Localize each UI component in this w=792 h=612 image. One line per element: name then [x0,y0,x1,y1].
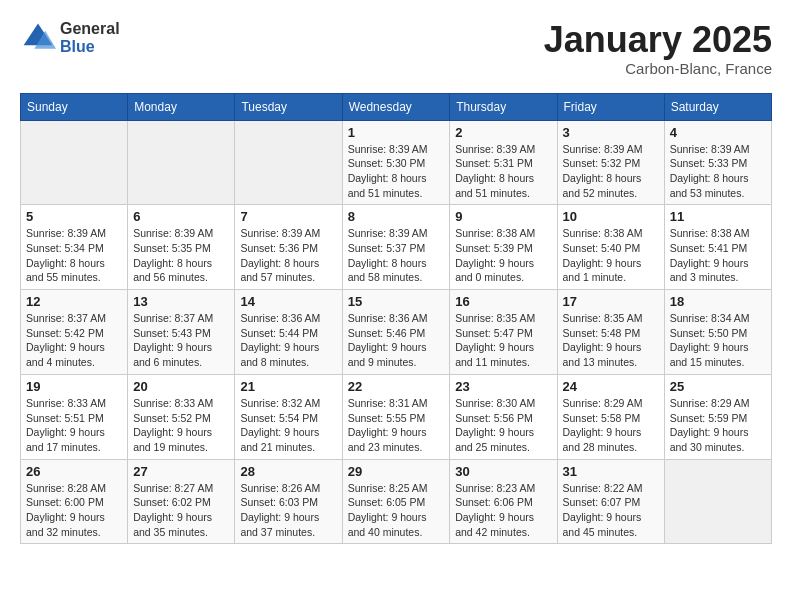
day-info: Sunrise: 8:36 AM Sunset: 5:46 PM Dayligh… [348,311,445,370]
day-number: 23 [455,379,551,394]
day-info: Sunrise: 8:34 AM Sunset: 5:50 PM Dayligh… [670,311,766,370]
day-number: 14 [240,294,336,309]
day-number: 27 [133,464,229,479]
calendar-cell: 29Sunrise: 8:25 AM Sunset: 6:05 PM Dayli… [342,459,450,544]
day-number: 24 [563,379,659,394]
day-number: 20 [133,379,229,394]
day-info: Sunrise: 8:38 AM Sunset: 5:41 PM Dayligh… [670,226,766,285]
calendar-cell [128,120,235,205]
day-number: 17 [563,294,659,309]
calendar-cell: 14Sunrise: 8:36 AM Sunset: 5:44 PM Dayli… [235,290,342,375]
day-info: Sunrise: 8:29 AM Sunset: 5:59 PM Dayligh… [670,396,766,455]
calendar-cell [235,120,342,205]
calendar-cell: 7Sunrise: 8:39 AM Sunset: 5:36 PM Daylig… [235,205,342,290]
logo-blue-text: Blue [60,38,120,56]
day-number: 28 [240,464,336,479]
day-number: 18 [670,294,766,309]
calendar-cell [21,120,128,205]
day-number: 2 [455,125,551,140]
month-title: January 2025 [544,20,772,60]
day-number: 15 [348,294,445,309]
weekday-header: Tuesday [235,93,342,120]
calendar-cell: 20Sunrise: 8:33 AM Sunset: 5:52 PM Dayli… [128,374,235,459]
day-info: Sunrise: 8:39 AM Sunset: 5:35 PM Dayligh… [133,226,229,285]
day-info: Sunrise: 8:39 AM Sunset: 5:36 PM Dayligh… [240,226,336,285]
day-number: 13 [133,294,229,309]
calendar-cell: 5Sunrise: 8:39 AM Sunset: 5:34 PM Daylig… [21,205,128,290]
calendar-cell: 31Sunrise: 8:22 AM Sunset: 6:07 PM Dayli… [557,459,664,544]
day-info: Sunrise: 8:25 AM Sunset: 6:05 PM Dayligh… [348,481,445,540]
calendar-cell: 1Sunrise: 8:39 AM Sunset: 5:30 PM Daylig… [342,120,450,205]
location: Carbon-Blanc, France [544,60,772,77]
day-info: Sunrise: 8:39 AM Sunset: 5:32 PM Dayligh… [563,142,659,201]
day-number: 16 [455,294,551,309]
day-info: Sunrise: 8:26 AM Sunset: 6:03 PM Dayligh… [240,481,336,540]
calendar-cell: 25Sunrise: 8:29 AM Sunset: 5:59 PM Dayli… [664,374,771,459]
calendar-cell [664,459,771,544]
calendar-cell: 18Sunrise: 8:34 AM Sunset: 5:50 PM Dayli… [664,290,771,375]
weekday-header: Sunday [21,93,128,120]
day-info: Sunrise: 8:39 AM Sunset: 5:30 PM Dayligh… [348,142,445,201]
title-block: January 2025 Carbon-Blanc, France [544,20,772,77]
calendar-cell: 15Sunrise: 8:36 AM Sunset: 5:46 PM Dayli… [342,290,450,375]
weekday-header: Thursday [450,93,557,120]
calendar-cell: 12Sunrise: 8:37 AM Sunset: 5:42 PM Dayli… [21,290,128,375]
calendar-cell: 27Sunrise: 8:27 AM Sunset: 6:02 PM Dayli… [128,459,235,544]
logo-icon [20,20,56,56]
calendar-cell: 2Sunrise: 8:39 AM Sunset: 5:31 PM Daylig… [450,120,557,205]
day-number: 29 [348,464,445,479]
day-info: Sunrise: 8:39 AM Sunset: 5:33 PM Dayligh… [670,142,766,201]
calendar-week-row: 5Sunrise: 8:39 AM Sunset: 5:34 PM Daylig… [21,205,772,290]
calendar-table: SundayMondayTuesdayWednesdayThursdayFrid… [20,93,772,545]
day-number: 8 [348,209,445,224]
day-number: 31 [563,464,659,479]
day-number: 6 [133,209,229,224]
calendar-cell: 21Sunrise: 8:32 AM Sunset: 5:54 PM Dayli… [235,374,342,459]
calendar-week-row: 26Sunrise: 8:28 AM Sunset: 6:00 PM Dayli… [21,459,772,544]
day-info: Sunrise: 8:38 AM Sunset: 5:39 PM Dayligh… [455,226,551,285]
calendar-cell: 6Sunrise: 8:39 AM Sunset: 5:35 PM Daylig… [128,205,235,290]
calendar-cell: 24Sunrise: 8:29 AM Sunset: 5:58 PM Dayli… [557,374,664,459]
day-info: Sunrise: 8:39 AM Sunset: 5:31 PM Dayligh… [455,142,551,201]
day-number: 3 [563,125,659,140]
day-info: Sunrise: 8:28 AM Sunset: 6:00 PM Dayligh… [26,481,122,540]
day-info: Sunrise: 8:27 AM Sunset: 6:02 PM Dayligh… [133,481,229,540]
day-number: 12 [26,294,122,309]
calendar-cell: 26Sunrise: 8:28 AM Sunset: 6:00 PM Dayli… [21,459,128,544]
day-info: Sunrise: 8:35 AM Sunset: 5:47 PM Dayligh… [455,311,551,370]
day-info: Sunrise: 8:37 AM Sunset: 5:43 PM Dayligh… [133,311,229,370]
weekday-header: Friday [557,93,664,120]
weekday-header: Wednesday [342,93,450,120]
logo: General Blue [20,20,120,56]
day-number: 11 [670,209,766,224]
day-info: Sunrise: 8:33 AM Sunset: 5:51 PM Dayligh… [26,396,122,455]
day-number: 22 [348,379,445,394]
logo-general-text: General [60,20,120,38]
day-info: Sunrise: 8:32 AM Sunset: 5:54 PM Dayligh… [240,396,336,455]
calendar-cell: 17Sunrise: 8:35 AM Sunset: 5:48 PM Dayli… [557,290,664,375]
day-info: Sunrise: 8:39 AM Sunset: 5:37 PM Dayligh… [348,226,445,285]
day-info: Sunrise: 8:37 AM Sunset: 5:42 PM Dayligh… [26,311,122,370]
day-info: Sunrise: 8:22 AM Sunset: 6:07 PM Dayligh… [563,481,659,540]
day-info: Sunrise: 8:35 AM Sunset: 5:48 PM Dayligh… [563,311,659,370]
weekday-header: Saturday [664,93,771,120]
calendar-cell: 30Sunrise: 8:23 AM Sunset: 6:06 PM Dayli… [450,459,557,544]
day-info: Sunrise: 8:39 AM Sunset: 5:34 PM Dayligh… [26,226,122,285]
calendar-week-row: 1Sunrise: 8:39 AM Sunset: 5:30 PM Daylig… [21,120,772,205]
calendar-cell: 10Sunrise: 8:38 AM Sunset: 5:40 PM Dayli… [557,205,664,290]
day-info: Sunrise: 8:30 AM Sunset: 5:56 PM Dayligh… [455,396,551,455]
day-number: 19 [26,379,122,394]
day-info: Sunrise: 8:31 AM Sunset: 5:55 PM Dayligh… [348,396,445,455]
calendar-cell: 11Sunrise: 8:38 AM Sunset: 5:41 PM Dayli… [664,205,771,290]
calendar-cell: 9Sunrise: 8:38 AM Sunset: 5:39 PM Daylig… [450,205,557,290]
weekday-header-row: SundayMondayTuesdayWednesdayThursdayFrid… [21,93,772,120]
calendar-cell: 19Sunrise: 8:33 AM Sunset: 5:51 PM Dayli… [21,374,128,459]
calendar-week-row: 19Sunrise: 8:33 AM Sunset: 5:51 PM Dayli… [21,374,772,459]
weekday-header: Monday [128,93,235,120]
day-info: Sunrise: 8:23 AM Sunset: 6:06 PM Dayligh… [455,481,551,540]
day-info: Sunrise: 8:29 AM Sunset: 5:58 PM Dayligh… [563,396,659,455]
calendar-week-row: 12Sunrise: 8:37 AM Sunset: 5:42 PM Dayli… [21,290,772,375]
logo-text: General Blue [60,20,120,55]
calendar-cell: 23Sunrise: 8:30 AM Sunset: 5:56 PM Dayli… [450,374,557,459]
calendar-cell: 28Sunrise: 8:26 AM Sunset: 6:03 PM Dayli… [235,459,342,544]
